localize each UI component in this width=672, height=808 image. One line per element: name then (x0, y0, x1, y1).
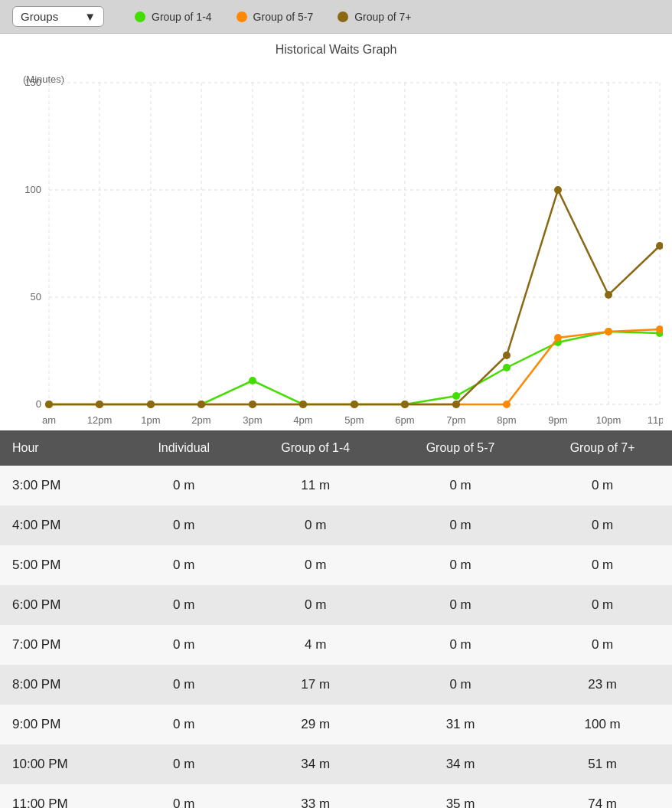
svg-text:5pm: 5pm (344, 414, 364, 426)
cell-hour: 10:00 PM (0, 744, 125, 784)
svg-text:3pm: 3pm (243, 414, 262, 426)
legend-label-group7plus: Group of 7+ (354, 11, 411, 23)
cell-individual: 0 m (125, 585, 243, 625)
cell-hour: 9:00 PM (0, 705, 125, 744)
table-row: 11:00 PM 0 m 33 m 35 m 74 m (0, 784, 672, 808)
cell-g57: 35 m (388, 784, 533, 808)
dot-g57-10pm (605, 328, 612, 335)
legend-item-group5-7: Group of 5-7 (237, 11, 314, 23)
cell-hour: 6:00 PM (0, 585, 125, 625)
table-row: 6:00 PM 0 m 0 m 0 m 0 m (0, 585, 672, 625)
dropdown-label: Groups (21, 10, 58, 23)
legend-item-group7plus: Group of 7+ (338, 11, 411, 23)
cell-g57: 0 m (388, 585, 533, 625)
svg-text:2pm: 2pm (191, 414, 210, 426)
table-row: 5:00 PM 0 m 0 m 0 m 0 m (0, 545, 672, 585)
legend-item-group1-4: Group of 1-4 (135, 11, 212, 23)
cell-g14: 4 m (243, 625, 388, 665)
chart-title: Historical Waits Graph (9, 43, 663, 57)
cell-individual: 0 m (125, 625, 243, 665)
cell-hour: 4:00 PM (0, 505, 125, 545)
cell-g14: 0 m (243, 505, 388, 545)
cell-g14: 17 m (243, 665, 388, 705)
col-hour: Hour (0, 430, 125, 466)
cell-g7p: 51 m (533, 744, 672, 784)
dot-g7p-10pm (605, 291, 612, 299)
cell-g7p: 0 m (533, 545, 672, 585)
cell-g7p: 74 m (533, 784, 672, 808)
dot-g57-9pm (554, 334, 562, 342)
cell-g7p: 0 m (533, 466, 672, 505)
cell-hour: 7:00 PM (0, 625, 125, 665)
cell-g7p: 0 m (533, 585, 672, 625)
dot-g7p-12pm (96, 401, 103, 408)
cell-individual: 0 m (125, 545, 243, 585)
dot-g7p-8pm (503, 352, 511, 359)
cell-g7p: 0 m (533, 505, 672, 545)
cell-hour: 3:00 PM (0, 466, 125, 505)
top-bar: Groups ▼ Group of 1-4Group of 5-7Group o… (0, 0, 672, 34)
cell-g57: 0 m (388, 505, 533, 545)
chart-container: Historical Waits Graph (Minutes) 150 100… (0, 34, 672, 430)
dot-g7p-1pm (147, 401, 155, 408)
legend-label-group5-7: Group of 5-7 (253, 11, 314, 23)
col-g57: Group of 5-7 (388, 430, 533, 466)
chart-legend: Group of 1-4Group of 5-7Group of 7+ (135, 11, 412, 23)
dropdown-arrow-icon: ▼ (84, 10, 96, 23)
legend-dot-group5-7 (237, 11, 247, 22)
cell-individual: 0 m (125, 505, 243, 545)
legend-dot-group7plus (338, 11, 348, 22)
svg-text:8pm: 8pm (497, 414, 516, 426)
dot-g7p-7pm (452, 401, 460, 408)
cell-g57: 31 m (388, 705, 533, 744)
cell-g7p: 0 m (533, 625, 672, 665)
legend-dot-group1-4 (135, 11, 145, 22)
table-header-row: Hour Individual Group of 1-4 Group of 5-… (0, 430, 672, 466)
table-row: 8:00 PM 0 m 17 m 0 m 23 m (0, 665, 672, 705)
dot-g7p-4pm (299, 401, 307, 408)
cell-g14: 0 m (243, 585, 388, 625)
chart-svg: (Minutes) 150 100 50 0 am 12pm 1pm 2pm 3… (9, 60, 663, 427)
svg-text:6pm: 6pm (395, 414, 414, 426)
cell-g7p: 100 m (533, 705, 672, 744)
legend-label-group1-4: Group of 1-4 (152, 11, 212, 23)
cell-g57: 0 m (388, 625, 533, 665)
svg-text:am: am (42, 414, 56, 426)
dot-g7p-am (45, 401, 53, 408)
table-row: 3:00 PM 0 m 11 m 0 m 0 m (0, 466, 672, 505)
dot-g14-3pm (249, 377, 256, 384)
dot-g7p-5pm (351, 401, 358, 408)
dot-g7p-6pm (401, 401, 409, 408)
table-row: 7:00 PM 0 m 4 m 0 m 0 m (0, 625, 672, 665)
cell-g57: 0 m (388, 665, 533, 705)
svg-text:12pm: 12pm (87, 414, 113, 426)
cell-g14: 11 m (243, 466, 388, 505)
cell-individual: 0 m (125, 705, 243, 744)
dot-g7p-3pm (249, 401, 256, 408)
cell-g57: 0 m (388, 545, 533, 585)
svg-text:9pm: 9pm (548, 414, 567, 426)
dot-g7p-9pm (554, 186, 562, 194)
cell-g14: 33 m (243, 784, 388, 808)
data-table: Hour Individual Group of 1-4 Group of 5-… (0, 430, 672, 808)
svg-text:0: 0 (36, 398, 41, 410)
cell-individual: 0 m (125, 784, 243, 808)
svg-text:10pm: 10pm (596, 414, 621, 426)
svg-text:1pm: 1pm (141, 414, 160, 426)
col-g7p: Group of 7+ (533, 430, 672, 466)
svg-text:150: 150 (24, 77, 41, 88)
dot-g57-8pm (503, 401, 511, 408)
cell-g7p: 23 m (533, 665, 672, 705)
cell-hour: 8:00 PM (0, 665, 125, 705)
dot-g7p-2pm (197, 401, 205, 408)
groups-dropdown[interactable]: Groups ▼ (12, 6, 104, 27)
cell-g14: 0 m (243, 545, 388, 585)
table-row: 4:00 PM 0 m 0 m 0 m 0 m (0, 505, 672, 545)
col-g14: Group of 1-4 (243, 430, 388, 466)
cell-hour: 5:00 PM (0, 545, 125, 585)
dot-g14-8pm (503, 364, 511, 371)
col-individual: Individual (125, 430, 243, 466)
cell-g14: 34 m (243, 744, 388, 784)
svg-text:50: 50 (31, 291, 41, 303)
svg-text:11pm: 11pm (648, 414, 663, 426)
